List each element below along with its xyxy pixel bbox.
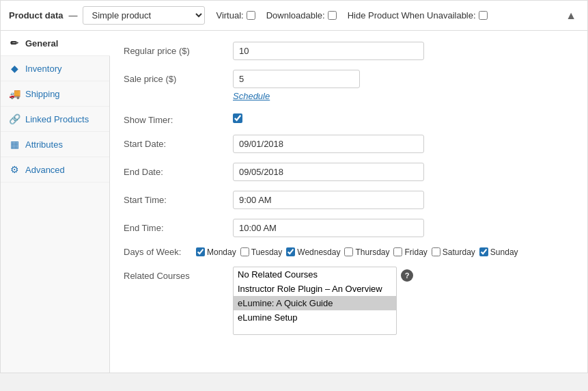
sidebar-label-linked-products: Linked Products [25, 114, 89, 124]
sidebar-item-attributes[interactable]: ▦ Attributes [1, 132, 109, 157]
regular-price-label: Regular price ($) [124, 42, 233, 56]
day-tuesday[interactable]: Tuesday [240, 247, 283, 257]
hide-checkbox[interactable] [479, 11, 488, 20]
downloadable-option[interactable]: Downloadable: [266, 10, 337, 21]
option-instructor-role[interactable]: Instructor Role Plugin – An Overview [234, 282, 396, 296]
sale-price-label: Sale price ($) [124, 70, 233, 84]
attributes-icon: ▦ [9, 139, 20, 150]
day-wednesday[interactable]: Wednesday [286, 247, 340, 257]
linked-products-icon: 🔗 [9, 113, 20, 124]
end-date-row: End Date: [124, 163, 574, 181]
virtual-label: Virtual: [216, 10, 243, 21]
end-date-input[interactable] [233, 163, 424, 181]
option-elumine-quick-guide[interactable]: eLumine: A Quick Guide [234, 296, 396, 310]
collapse-button[interactable]: ▲ [563, 10, 579, 22]
show-timer-checkbox-area [233, 111, 242, 123]
start-time-input[interactable] [233, 191, 424, 209]
option-elumine-setup[interactable]: eLumine Setup [234, 310, 396, 325]
start-date-row: Start Date: [124, 135, 574, 153]
start-date-input[interactable] [233, 135, 424, 153]
product-data-title: Product data [9, 10, 63, 21]
thursday-label: Thursday [355, 247, 389, 257]
day-friday[interactable]: Friday [393, 247, 427, 257]
sidebar-label-shipping: Shipping [25, 89, 60, 99]
show-timer-row: Show Timer: [124, 111, 574, 125]
sale-price-input[interactable] [233, 70, 360, 88]
sidebar: ✏ General ◆ Inventory 🚚 Shipping 🔗 Linke… [1, 31, 110, 373]
wednesday-checkbox[interactable] [286, 247, 295, 256]
saturday-checkbox[interactable] [432, 247, 440, 256]
option-no-related[interactable]: No Related Courses [234, 267, 396, 282]
wednesday-label: Wednesday [297, 247, 340, 257]
show-timer-label: Show Timer: [124, 111, 233, 125]
related-courses-wrapper: No Related Courses Instructor Role Plugi… [233, 267, 413, 335]
virtual-option[interactable]: Virtual: [216, 10, 255, 21]
sidebar-item-linked-products[interactable]: 🔗 Linked Products [1, 107, 109, 132]
sale-price-wrapper: Schedule [233, 70, 360, 101]
thursday-checkbox[interactable] [344, 247, 353, 256]
tuesday-checkbox[interactable] [240, 247, 249, 256]
sidebar-label-general: General [25, 38, 58, 49]
day-thursday[interactable]: Thursday [344, 247, 389, 257]
sale-price-row: Sale price ($) Schedule [124, 70, 574, 101]
product-data-header: Product data — Simple product Grouped pr… [1, 1, 587, 31]
end-date-label: End Date: [124, 163, 233, 177]
friday-label: Friday [404, 247, 427, 257]
end-time-row: End Time: [124, 219, 574, 237]
schedule-link[interactable]: Schedule [233, 91, 360, 101]
advanced-icon: ⚙ [9, 164, 20, 175]
sidebar-label-advanced: Advanced [25, 165, 65, 175]
sunday-label: Sunday [490, 247, 518, 257]
start-date-label: Start Date: [124, 135, 233, 149]
shipping-icon: 🚚 [9, 88, 20, 99]
regular-price-input[interactable] [233, 42, 424, 60]
hide-label: Hide Product When Unavailable: [348, 10, 476, 21]
content-panel: Regular price ($) Sale price ($) Schedul… [110, 31, 587, 373]
sidebar-item-shipping[interactable]: 🚚 Shipping [1, 81, 109, 107]
product-data-panel: Product data — Simple product Grouped pr… [0, 0, 588, 373]
day-monday[interactable]: Monday [196, 247, 236, 257]
saturday-label: Saturday [443, 247, 475, 257]
show-timer-checkbox[interactable] [233, 113, 242, 123]
header-options: Virtual: Downloadable: Hide Product When… [216, 10, 487, 21]
general-icon: ✏ [9, 38, 20, 49]
end-time-label: End Time: [124, 219, 233, 233]
sidebar-label-inventory: Inventory [25, 64, 61, 74]
sidebar-item-general[interactable]: ✏ General [1, 31, 110, 56]
sunday-checkbox[interactable] [479, 247, 488, 256]
sidebar-label-attributes: Attributes [25, 139, 63, 150]
main-layout: ✏ General ◆ Inventory 🚚 Shipping 🔗 Linke… [1, 31, 587, 373]
end-time-input[interactable] [233, 219, 424, 237]
days-of-week-row: Days of Week: Monday Tuesday Wednesday T… [124, 247, 574, 257]
start-time-label: Start Time: [124, 191, 233, 205]
days-of-week-label: Days of Week: [124, 247, 192, 257]
friday-checkbox[interactable] [393, 247, 402, 256]
hide-option[interactable]: Hide Product When Unavailable: [348, 10, 488, 21]
downloadable-label: Downloadable: [266, 10, 325, 21]
regular-price-row: Regular price ($) [124, 42, 574, 60]
tuesday-label: Tuesday [251, 247, 283, 257]
day-sunday[interactable]: Sunday [479, 247, 518, 257]
sidebar-item-advanced[interactable]: ⚙ Advanced [1, 157, 109, 183]
sidebar-item-inventory[interactable]: ◆ Inventory [1, 56, 109, 81]
product-type-select[interactable]: Simple product Grouped product External/… [83, 6, 205, 25]
header-dash: — [68, 10, 77, 21]
monday-checkbox[interactable] [196, 247, 205, 256]
start-time-row: Start Time: [124, 191, 574, 209]
downloadable-checkbox[interactable] [328, 11, 337, 20]
related-courses-row: Related Courses No Related Courses Instr… [124, 267, 574, 335]
inventory-icon: ◆ [9, 63, 20, 74]
day-saturday[interactable]: Saturday [432, 247, 475, 257]
related-courses-label: Related Courses [124, 267, 233, 281]
help-icon[interactable]: ? [401, 269, 413, 282]
monday-label: Monday [207, 247, 236, 257]
related-courses-select[interactable]: No Related Courses Instructor Role Plugi… [233, 267, 397, 335]
virtual-checkbox[interactable] [247, 11, 255, 20]
